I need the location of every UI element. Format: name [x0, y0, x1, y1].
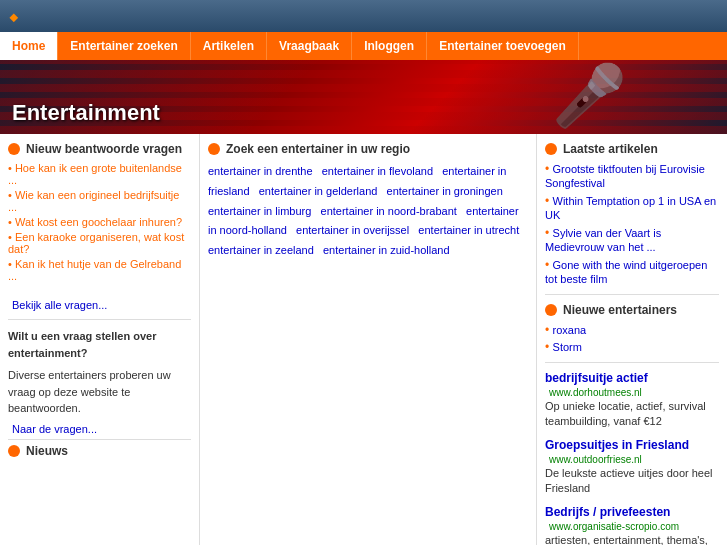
articles-section-header: Laatste artikelen	[545, 142, 719, 156]
question-link-5[interactable]: Kan ik het hutje van de Gelreband ...	[8, 258, 191, 282]
nieuws-header: Nieuws	[8, 444, 191, 458]
region-link-flevoland[interactable]: entertainer in flevoland	[322, 165, 433, 177]
nieuws-section: Nieuws	[8, 439, 191, 458]
nav: Home Entertainer zoeken Artikelen Vraagb…	[0, 32, 727, 60]
ad-title-3[interactable]: Bedrijfs / privefeesten	[545, 505, 670, 519]
entertainer-links: entertainer in drenthe entertainer in fl…	[208, 162, 528, 261]
questions-section-header: Nieuw beantwoorde vragen	[8, 142, 191, 156]
nav-artikelen[interactable]: Artikelen	[191, 32, 267, 60]
article-link-4[interactable]: Gone with the wind uitgeroepen tot beste…	[545, 259, 707, 285]
question-link-4[interactable]: Een karaoke organiseren, wat kost dat?	[8, 231, 191, 255]
region-link-utrecht[interactable]: entertainer in utrecht	[418, 224, 519, 236]
nav-inloggen[interactable]: Inloggen	[352, 32, 427, 60]
vraag-title: Wilt u een vraag stellen over entertainm…	[8, 328, 191, 361]
bekijk-alle-vragen-link[interactable]: Bekijk alle vragen...	[12, 299, 191, 311]
region-link-limburg[interactable]: entertainer in limburg	[208, 205, 311, 217]
article-item-2: Within Temptation op 1 in USA en UK	[545, 194, 719, 222]
region-link-zuid-holland[interactable]: entertainer in zuid-holland	[323, 244, 450, 256]
entertainer-link-2[interactable]: Storm	[553, 341, 582, 353]
nav-entertainer-zoeken[interactable]: Entertainer zoeken	[58, 32, 190, 60]
article-link-2[interactable]: Within Temptation op 1 in USA en UK	[545, 195, 716, 221]
left-column: Nieuw beantwoorde vragen Hoe kan ik een …	[0, 134, 200, 545]
zoek-dot	[208, 143, 220, 155]
nav-entertainer-toevoegen[interactable]: Entertainer toevoegen	[427, 32, 579, 60]
ad-block-1: bedrijfsuitje actief www.dorhoutmees.nl …	[545, 371, 719, 430]
vraag-desc: Diverse entertainers proberen uw vraag o…	[8, 367, 191, 417]
naar-vragen-link[interactable]: Naar de vragen...	[12, 423, 191, 435]
ad-block-2: Groepsuitjes in Friesland www.outdoorfri…	[545, 438, 719, 497]
zoek-section-header: Zoek een entertainer in uw regio	[208, 142, 528, 156]
region-link-drenthe[interactable]: entertainer in drenthe	[208, 165, 313, 177]
new-ent-dot	[545, 304, 557, 316]
section-dot	[8, 143, 20, 155]
divider-1	[8, 319, 191, 320]
region-link-noord-brabant[interactable]: entertainer in noord-brabant	[321, 205, 457, 217]
new-entertainers-header: Nieuwe entertainers	[545, 303, 719, 317]
topbar: ⬥	[0, 0, 727, 32]
new-entertainer-2: Storm	[545, 340, 719, 354]
ad-desc-1: Op unieke locatie, actief, survival team…	[545, 399, 719, 430]
hero-banner: 🎤 Entertainment	[0, 60, 727, 134]
nav-vraagbaak[interactable]: Vraagbaak	[267, 32, 352, 60]
entertainer-link-1[interactable]: roxana	[553, 324, 587, 336]
article-item-3: Sylvie van der Vaart is Medievrouw van h…	[545, 226, 719, 254]
logo[interactable]: ⬥	[8, 6, 23, 27]
region-link-groningen[interactable]: entertainer in groningen	[387, 185, 503, 197]
article-item-4: Gone with the wind uitgeroepen tot beste…	[545, 258, 719, 286]
nieuws-dot	[8, 445, 20, 457]
hero-title: Entertainment	[12, 100, 160, 126]
article-link-3[interactable]: Sylvie van der Vaart is Medievrouw van h…	[545, 227, 661, 253]
region-link-overijssel[interactable]: entertainer in overijssel	[296, 224, 409, 236]
region-link-gelderland[interactable]: entertainer in gelderland	[259, 185, 378, 197]
article-link-1[interactable]: Grootste tiktfouten bij Eurovisie Songfe…	[545, 163, 705, 189]
ad-desc-3: artiesten, entertainment, thema's, shows…	[545, 533, 719, 545]
ad-url-3: www.organisatie-scropio.com	[549, 521, 679, 532]
middle-column: Zoek een entertainer in uw regio enterta…	[200, 134, 537, 545]
logo-icon: ⬥	[8, 6, 19, 27]
ad-url-1: www.dorhoutmees.nl	[549, 387, 642, 398]
ad-block-3: Bedrijfs / privefeesten www.organisatie-…	[545, 505, 719, 545]
divider-right-1	[545, 294, 719, 295]
nav-home[interactable]: Home	[0, 32, 58, 60]
ad-title-1[interactable]: bedrijfsuitje actief	[545, 371, 648, 385]
divider-right-2	[545, 362, 719, 363]
ad-desc-2: De leukste actieve uitjes door heel Frie…	[545, 466, 719, 497]
articles-dot	[545, 143, 557, 155]
question-link-2[interactable]: Wie kan een origineel bedrijfsuitje ...	[8, 189, 191, 213]
hero-mic-icon: 🎤	[552, 60, 627, 131]
main-content: Nieuw beantwoorde vragen Hoe kan ik een …	[0, 134, 727, 545]
question-link-1[interactable]: Hoe kan ik een grote buitenlandse ...	[8, 162, 191, 186]
right-column: Laatste artikelen Grootste tiktfouten bi…	[537, 134, 727, 545]
region-link-zeeland[interactable]: entertainer in zeeland	[208, 244, 314, 256]
ad-url-2: www.outdoorfriese.nl	[549, 454, 642, 465]
new-entertainer-1: roxana	[545, 323, 719, 337]
ad-title-2[interactable]: Groepsuitjes in Friesland	[545, 438, 689, 452]
question-link-3[interactable]: Wat kost een goochelaar inhuren?	[8, 216, 191, 228]
article-item-1: Grootste tiktfouten bij Eurovisie Songfe…	[545, 162, 719, 190]
